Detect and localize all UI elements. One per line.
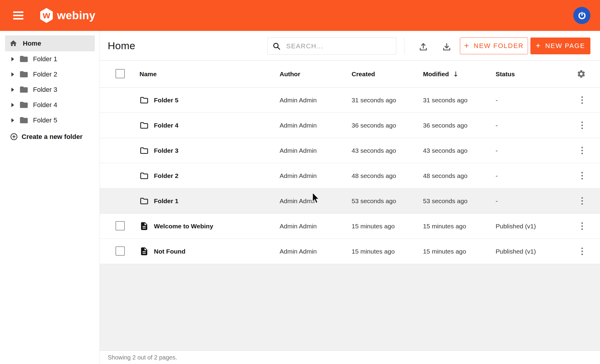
sidebar-item-folder-3[interactable]: Folder 3 xyxy=(0,82,100,97)
folder-filled-icon xyxy=(19,70,28,79)
kebab-menu-icon xyxy=(578,95,586,105)
row-actions-button[interactable] xyxy=(578,171,586,181)
caret-right-icon[interactable] xyxy=(11,118,14,122)
row-author: Admin Admin xyxy=(280,172,352,179)
row-name[interactable]: Folder 1 xyxy=(154,197,178,205)
folder-filled-icon xyxy=(19,100,28,110)
row-checkbox[interactable] xyxy=(116,221,125,230)
new-page-button[interactable]: + NEW PAGE xyxy=(530,38,590,54)
main-content: Home + NEW FOLDER xyxy=(100,31,600,364)
webiny-hexagon-icon: w xyxy=(40,8,53,23)
table-row[interactable]: Folder 2 Admin Admin 48 seconds ago 48 s… xyxy=(100,163,600,188)
brand-text: webiny xyxy=(57,9,95,22)
row-actions-button[interactable] xyxy=(578,221,586,231)
row-modified: 36 seconds ago xyxy=(423,122,496,129)
table-row[interactable]: Folder 3 Admin Admin 43 seconds ago 43 s… xyxy=(100,138,600,163)
row-actions-button[interactable] xyxy=(578,246,586,256)
row-status: - xyxy=(496,147,565,154)
row-name[interactable]: Folder 2 xyxy=(154,172,178,179)
row-actions-button[interactable] xyxy=(578,196,586,206)
row-name[interactable]: Folder 5 xyxy=(154,97,178,104)
webiny-logo: w webiny xyxy=(40,8,95,23)
row-author: Admin Admin xyxy=(280,97,352,104)
row-name[interactable]: Folder 3 xyxy=(154,147,178,154)
row-status: - xyxy=(496,197,565,205)
folder-filled-icon xyxy=(19,85,28,94)
folder-filled-icon xyxy=(19,116,28,125)
row-created: 15 minutes ago xyxy=(352,223,423,230)
footer-summary: Showing 2 out of 2 pages. xyxy=(108,354,177,361)
column-header-status[interactable]: Status xyxy=(496,71,565,78)
sidebar-item-folder-2[interactable]: Folder 2 xyxy=(0,67,100,82)
gear-icon xyxy=(577,69,586,79)
row-created: 53 seconds ago xyxy=(352,197,423,205)
row-modified: 31 seconds ago xyxy=(423,97,496,104)
folder-outline-icon xyxy=(140,171,149,180)
select-all-checkbox[interactable] xyxy=(116,69,125,78)
document-icon xyxy=(140,247,149,256)
row-status: - xyxy=(496,172,565,179)
row-author: Admin Admin xyxy=(280,122,352,129)
kebab-menu-icon xyxy=(578,120,586,130)
download-icon xyxy=(442,42,452,52)
export-pages-button[interactable] xyxy=(441,42,452,53)
column-header-created[interactable]: Created xyxy=(352,71,423,78)
row-actions-button[interactable] xyxy=(578,146,586,155)
caret-right-icon[interactable] xyxy=(11,72,14,77)
import-pages-button[interactable] xyxy=(418,42,429,53)
sidebar-item-folder-4[interactable]: Folder 4 xyxy=(0,97,100,113)
folder-outline-icon xyxy=(140,121,149,130)
house-icon xyxy=(9,39,17,47)
caret-right-icon[interactable] xyxy=(11,57,14,61)
kebab-menu-icon xyxy=(578,221,586,231)
folder-outline-icon xyxy=(140,146,149,155)
create-folder-label: Create a new folder xyxy=(22,133,82,141)
column-header-author[interactable]: Author xyxy=(280,71,352,78)
power-icon xyxy=(577,11,587,20)
row-checkbox[interactable] xyxy=(116,246,125,256)
row-name[interactable]: Welcome to Webiny xyxy=(154,223,213,230)
new-folder-label: NEW FOLDER xyxy=(474,42,524,50)
row-actions-button[interactable] xyxy=(578,120,586,130)
table-row[interactable]: Not Found Admin Admin 15 minutes ago 15 … xyxy=(100,239,600,264)
search-input[interactable] xyxy=(286,42,391,50)
row-modified: 15 minutes ago xyxy=(423,248,496,255)
column-header-name[interactable]: Name xyxy=(140,71,280,78)
toolbar-divider xyxy=(404,37,404,55)
sidebar-item-folder-5[interactable]: Folder 5 xyxy=(0,113,100,128)
row-name[interactable]: Not Found xyxy=(154,248,185,255)
row-created: 43 seconds ago xyxy=(352,147,423,154)
caret-right-icon[interactable] xyxy=(11,103,14,107)
folder-outline-icon xyxy=(140,196,149,206)
sidebar-item-home[interactable]: Home xyxy=(5,35,95,51)
row-actions-button[interactable] xyxy=(578,95,586,105)
table-row[interactable]: Folder 1 Admin Admin 53 seconds ago 53 s… xyxy=(100,188,600,214)
table-row[interactable]: Folder 4 Admin Admin 36 seconds ago 36 s… xyxy=(100,113,600,138)
user-avatar[interactable] xyxy=(573,7,590,24)
sidebar-item-folder-1[interactable]: Folder 1 xyxy=(0,51,100,67)
folder-outline-icon xyxy=(140,95,149,105)
kebab-menu-icon xyxy=(578,171,586,181)
table-row[interactable]: Welcome to Webiny Admin Admin 15 minutes… xyxy=(100,214,600,239)
caret-right-icon[interactable] xyxy=(11,88,14,92)
column-header-modified[interactable]: Modified ↓ xyxy=(423,70,496,78)
sidebar-folder-label: Folder 2 xyxy=(33,71,57,78)
row-name[interactable]: Folder 4 xyxy=(154,122,178,129)
hamburger-icon[interactable] xyxy=(13,11,23,20)
sidebar: Home Folder 1 Folder 2 Folder 3 Folder 4… xyxy=(0,31,100,364)
create-folder-button[interactable]: Create a new folder xyxy=(0,133,100,141)
row-author: Admin Admin xyxy=(280,223,352,230)
table-settings-button[interactable] xyxy=(577,69,586,79)
sidebar-folder-label: Folder 5 xyxy=(33,116,57,124)
row-status: - xyxy=(496,97,565,104)
table-header: Name Author Created Modified ↓ Status xyxy=(100,61,600,88)
new-folder-button[interactable]: + NEW FOLDER xyxy=(460,38,528,54)
row-created: 31 seconds ago xyxy=(352,97,423,104)
sort-desc-icon[interactable]: ↓ xyxy=(453,70,458,78)
plus-icon: + xyxy=(464,41,470,50)
row-modified: 48 seconds ago xyxy=(423,172,496,179)
content-toolbar: Home + NEW FOLDER xyxy=(100,31,600,61)
table-row[interactable]: Folder 5 Admin Admin 31 seconds ago 31 s… xyxy=(100,88,600,113)
row-author: Admin Admin xyxy=(280,248,352,255)
row-status: Published (v1) xyxy=(496,248,565,255)
